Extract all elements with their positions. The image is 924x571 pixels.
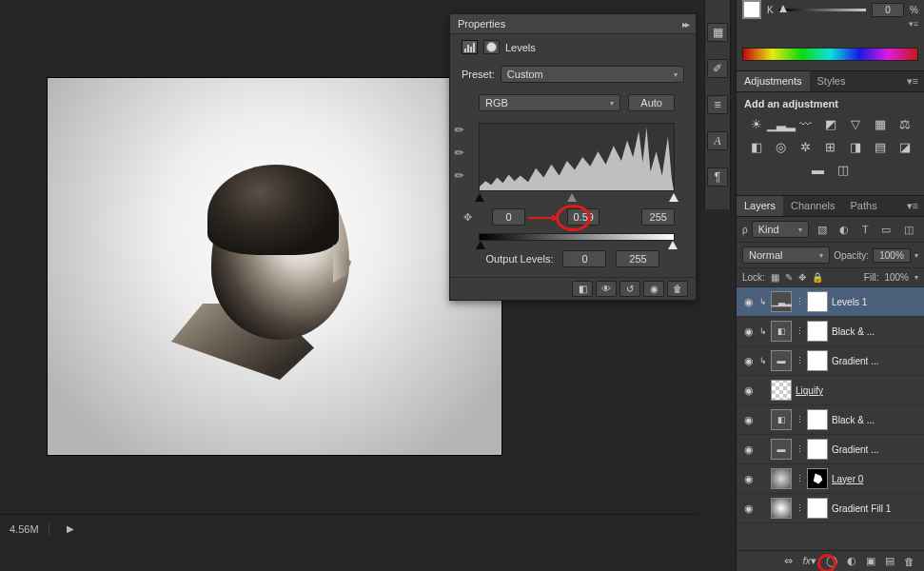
layer-mask-thumb[interactable] [807,321,828,342]
layer-mask-thumb[interactable] [807,468,828,489]
filter-adjust-icon[interactable]: ◐ [839,224,849,236]
filter-pixel-icon[interactable]: ▧ [817,224,827,236]
preset-select[interactable]: Custom▾ [501,66,684,83]
color-slider[interactable] [779,9,866,11]
bw-icon[interactable]: ◧ [747,138,766,155]
output-gradient[interactable] [479,233,675,241]
dock-brush-icon[interactable]: ✐ [707,59,728,78]
visibility-icon[interactable]: ◉ [742,414,756,426]
photo-filter-icon[interactable]: ◎ [772,138,791,155]
invert-icon[interactable]: ◨ [846,138,865,155]
blend-mode-select[interactable]: Normal▾ [742,246,830,264]
histogram[interactable] [479,123,675,191]
panel-collapse-icon[interactable]: ▸▸ [682,19,688,30]
filter-smart-icon[interactable]: ◫ [904,224,914,236]
opacity-value[interactable]: 100% [873,248,911,263]
layer-row[interactable]: ◉ Liquify [737,376,924,405]
visibility-icon[interactable]: ◉ [742,296,756,308]
layer-name[interactable]: Gradient ... [832,356,878,366]
visibility-icon[interactable]: ◉ [742,384,756,397]
layer-name[interactable]: Black & ... [832,326,875,337]
tab-adjustments[interactable]: Adjustments [737,71,810,91]
panel-menu-icon[interactable]: ▾≡ [901,196,924,216]
exposure-icon[interactable]: ◩ [821,115,840,132]
status-filesize[interactable]: 4.56M [0,523,49,535]
layer-row[interactable]: ◉ ↳ ▬ ⋮ Gradient ... [737,346,924,376]
layer-name[interactable]: Black & ... [832,415,875,425]
selective-color-icon[interactable]: ◫ [834,161,853,178]
layer-filter-select[interactable]: Kind▾ [752,221,809,238]
filter-shape-icon[interactable]: ▭ [881,224,891,236]
visibility-icon[interactable]: ◉ [742,325,756,338]
layer-mask-thumb[interactable] [807,409,828,430]
new-group-button[interactable]: ▣ [866,555,875,567]
threshold-icon[interactable]: ◪ [895,138,914,155]
curves-icon[interactable]: 〰 [796,115,816,132]
delete-adjustment-button[interactable]: 🗑 [667,281,688,297]
gamma-handle[interactable] [567,193,577,202]
layer-thumb[interactable]: ◧ [771,409,792,430]
panel-menu-icon[interactable]: ▾≡ [901,71,924,91]
color-value-field[interactable]: 0 [872,3,904,17]
clip-to-layer-button[interactable]: ◧ [572,281,593,297]
layer-name[interactable]: Liquify [796,385,823,396]
layer-row[interactable]: ◉ ⋮ Layer 0 [737,464,924,494]
layer-name[interactable]: Layer 0 [832,474,863,484]
new-layer-button[interactable]: ▤ [885,555,895,567]
layer-mask-thumb[interactable] [807,350,828,371]
layer-thumb[interactable] [771,498,792,519]
gradient-map-icon[interactable]: ▬ [809,161,828,178]
input-gamma-field[interactable]: 0.59 [567,208,600,226]
new-adjustment-button[interactable]: ◐ [847,555,856,567]
levels-adjustment-icon[interactable] [462,40,478,54]
fx-button[interactable]: fx▾ [802,555,816,567]
levels-icon[interactable]: ▁▃▂ [772,115,791,132]
output-black-handle[interactable] [476,241,485,249]
channel-mixer-icon[interactable]: ✲ [796,138,816,155]
foreground-swatch[interactable] [742,0,761,19]
view-previous-button[interactable]: 👁 [596,281,617,297]
dock-swatch-icon[interactable]: ▦ [707,23,728,42]
lock-transparent-icon[interactable]: ▦ [771,272,779,283]
black-point-handle[interactable] [475,193,484,202]
layer-thumb[interactable]: ▬ [771,439,792,460]
vibrance-icon[interactable]: ▽ [846,115,865,132]
input-slider-track[interactable] [479,195,675,203]
dock-paragraph-icon[interactable]: ¶ [707,167,728,187]
lock-position-icon[interactable]: ✥ [798,272,806,283]
reset-button[interactable]: ↺ [619,281,640,297]
layer-thumb[interactable]: ▁▃▂ [771,291,792,312]
layer-row[interactable]: ◉ ↳ ◧ ⋮ Black & ... [737,317,924,346]
timeline-play-icon[interactable]: ▶ [67,523,74,534]
layer-name[interactable]: Gradient Fill 1 [832,503,891,514]
filter-type-icon[interactable]: T [862,224,869,236]
tab-styles[interactable]: Styles [810,71,854,91]
layer-row[interactable]: ◉ ↳ ▁▃▂ ⋮ Levels 1 [737,287,924,317]
color-spectrum[interactable] [742,48,918,61]
color-lookup-icon[interactable]: ⊞ [821,138,840,155]
document-canvas[interactable] [48,78,501,455]
layer-name[interactable]: Levels 1 [832,297,867,307]
layer-row[interactable]: ◉ ▬ ⋮ Gradient ... [737,435,924,464]
input-white-field[interactable]: 255 [641,208,675,226]
color-balance-icon[interactable]: ⚖ [895,115,914,132]
output-black-field[interactable]: 0 [562,250,606,267]
link-layers-button[interactable]: ⇔ [784,555,793,567]
mask-icon[interactable] [483,40,500,54]
layer-thumb[interactable] [771,380,792,401]
lock-all-icon[interactable]: 🔒 [812,272,823,283]
dock-layers-icon[interactable]: ≡ [707,95,728,114]
layer-row[interactable]: ◉ ◧ ⋮ Black & ... [737,405,924,435]
toggle-visibility-button[interactable]: ◉ [643,281,664,297]
layer-thumb[interactable]: ◧ [771,321,792,342]
auto-button[interactable]: Auto [628,94,675,111]
layer-mask-thumb[interactable] [807,291,828,312]
layer-mask-thumb[interactable] [807,498,828,519]
layer-name[interactable]: Gradient ... [832,444,878,455]
layer-thumb[interactable]: ▬ [771,350,792,371]
visibility-icon[interactable]: ◉ [742,443,756,456]
layer-mask-thumb[interactable] [807,439,828,460]
output-white-handle[interactable] [668,241,678,249]
layer-thumb[interactable] [771,468,792,489]
visibility-icon[interactable]: ◉ [742,502,756,515]
